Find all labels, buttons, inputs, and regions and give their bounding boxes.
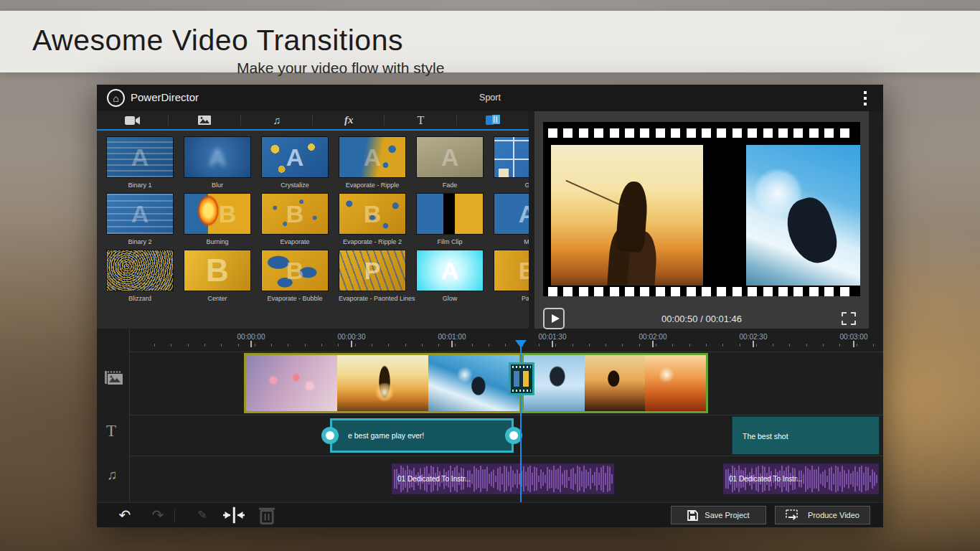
transition-item[interactable]: BCenter <box>184 250 251 304</box>
tab-video[interactable] <box>97 111 169 129</box>
tab-music[interactable]: ♫ <box>241 111 313 129</box>
filmstrip-sprockets-top <box>548 128 855 138</box>
produce-video-button[interactable]: Produce Video <box>775 506 870 524</box>
save-project-button[interactable]: Save Project <box>671 506 766 524</box>
transition-label: Crystalize <box>261 182 329 191</box>
split-icon[interactable] <box>223 506 245 524</box>
powerdirector-window: ⌂ PowerDirector Sport ♫fxT ABinary 1ABlu… <box>97 85 883 527</box>
transition-thumbnail[interactable]: A <box>184 136 251 178</box>
transition-item[interactable]: AEvaporate - Ripple <box>339 136 406 191</box>
preview-panel: 00:00:50 / 00:01:46 <box>534 111 869 329</box>
audio-clip[interactable]: 01 Dedicated To Instr... <box>391 463 615 495</box>
transition-item[interactable]: BPag <box>494 250 529 304</box>
transition-item[interactable]: Blizzard <box>106 250 174 304</box>
transition-item[interactable]: BBurning <box>184 193 251 248</box>
transition-thumbnail[interactable]: A <box>106 136 174 178</box>
video-clip[interactable] <box>522 353 708 413</box>
transitions-library: ABinary 1ABlurACrystalizeAEvaporate - Ri… <box>97 131 529 329</box>
project-name: Sport <box>97 93 883 103</box>
transition-clip-icon[interactable] <box>509 362 534 395</box>
transition-item[interactable]: AFade <box>416 136 484 191</box>
transition-label: Evaporate - Ripple <box>339 182 406 191</box>
transition-thumbnail[interactable]: B <box>261 250 329 291</box>
trash-icon[interactable] <box>256 506 278 524</box>
preview-timecode: 00:00:50 / 00:01:46 <box>534 314 869 324</box>
video-clip[interactable] <box>244 353 522 413</box>
media-tab-bar: ♫fxT <box>97 111 529 129</box>
thumbnail-letter: B <box>286 200 304 228</box>
transition-thumbnail[interactable]: A <box>494 193 529 235</box>
preview-frame-fisherman <box>551 145 703 286</box>
text-clip-selected[interactable]: e best game play ever! <box>330 418 514 453</box>
transition-thumbnail[interactable]: B <box>339 193 406 235</box>
redo-icon[interactable]: ↷ <box>147 506 169 524</box>
thumbnail-letter: A <box>131 200 149 228</box>
music-note-icon: ♫ <box>273 115 281 126</box>
tab-photo[interactable] <box>169 111 240 129</box>
tab-transitions[interactable] <box>457 111 529 129</box>
transition-item[interactable]: BEvaporate - Ripple 2 <box>339 193 406 248</box>
text-clip[interactable]: The best shot <box>732 416 880 455</box>
transition-thumbnail[interactable]: A <box>416 136 484 178</box>
video-clip-thumbnail <box>585 355 646 411</box>
thumbnail-letter: B <box>364 200 382 228</box>
transition-item[interactable]: BEvaporate <box>261 193 329 248</box>
tab-text[interactable]: T <box>385 111 456 129</box>
transition-item[interactable]: ACrystalize <box>261 136 329 191</box>
transition-thumbnail[interactable] <box>494 136 529 178</box>
thumbnail-letter: P <box>364 257 381 285</box>
transition-thumbnail[interactable] <box>106 250 174 291</box>
transition-label: Blur <box>184 182 251 191</box>
thumbnail-letter: B <box>206 253 229 288</box>
produce-icon <box>786 509 801 521</box>
undo-icon[interactable]: ↶ <box>114 506 136 524</box>
fullscreen-icon[interactable] <box>842 312 856 325</box>
transition-thumbnail[interactable]: A <box>339 136 406 178</box>
transition-item[interactable]: ABinary 2 <box>106 193 174 248</box>
transitions-grid: ABinary 1ABlurACrystalizeAEvaporate - Ri… <box>106 136 529 304</box>
text-clip-label: The best shot <box>743 432 788 441</box>
transition-label: Binary 1 <box>106 182 174 191</box>
transition-thumbnail[interactable]: B <box>494 250 529 291</box>
transition-thumbnail[interactable]: B <box>184 250 251 291</box>
thumbnail-letter: A <box>441 143 459 171</box>
transition-item[interactable]: AMi <box>494 193 529 248</box>
transition-item[interactable]: AGlow <box>416 250 484 304</box>
transition-label: Evaporate - Paonted Lines <box>339 295 406 304</box>
transition-thumbnail[interactable]: P <box>339 250 406 291</box>
transition-label: Evaporate - Bubble <box>261 295 329 304</box>
transition-item[interactable]: G <box>494 136 529 191</box>
transition-item[interactable]: ABlur <box>184 136 251 191</box>
transition-item[interactable]: Film Clip <box>416 193 484 248</box>
text-clip-label: e best game play ever! <box>348 431 424 440</box>
preview-frame-surfer <box>746 145 860 286</box>
thumbnail-letter: A <box>441 257 459 285</box>
app-header: ⌂ PowerDirector Sport <box>97 85 883 111</box>
ruler-label: 00:00:30 <box>326 333 377 341</box>
trim-handle-left[interactable] <box>321 427 339 444</box>
ruler-label: 00:03:00 <box>829 333 879 341</box>
banner-subtitle: Make your video flow with style <box>237 60 444 77</box>
transition-thumbnail[interactable] <box>416 193 484 235</box>
ruler-label: 00:02:00 <box>628 333 678 341</box>
transition-thumbnail[interactable]: A <box>261 136 329 178</box>
text-track-icon: T <box>106 422 116 441</box>
transition-item[interactable]: BEvaporate - Bubble <box>261 250 329 304</box>
transition-label: Blizzard <box>106 295 174 304</box>
transition-thumbnail[interactable]: B <box>184 193 251 235</box>
transition-label: Evaporate - Ripple 2 <box>339 238 406 248</box>
kebab-menu-icon[interactable] <box>864 91 867 106</box>
transition-item[interactable]: ABinary 1 <box>106 136 174 191</box>
transition-thumbnail[interactable]: A <box>106 193 174 235</box>
thumbnail-letter: B <box>286 257 304 285</box>
timeline-toolbar: ↶ ↷ ✎ Save Project Produc <box>97 502 883 527</box>
transition-item[interactable]: PEvaporate - Paonted Lines <box>339 250 406 304</box>
transition-thumbnail[interactable]: B <box>261 193 329 235</box>
media-track-icon <box>103 370 124 387</box>
transition-thumbnail[interactable]: A <box>416 250 484 291</box>
tab-effects[interactable]: fx <box>313 111 385 129</box>
video-clip-thumbnail <box>428 355 519 411</box>
audio-clip[interactable]: 01 Dedicated To Instr... <box>722 463 880 495</box>
pencil-icon[interactable]: ✎ <box>192 506 213 524</box>
transition-label: Binary 2 <box>106 238 174 248</box>
